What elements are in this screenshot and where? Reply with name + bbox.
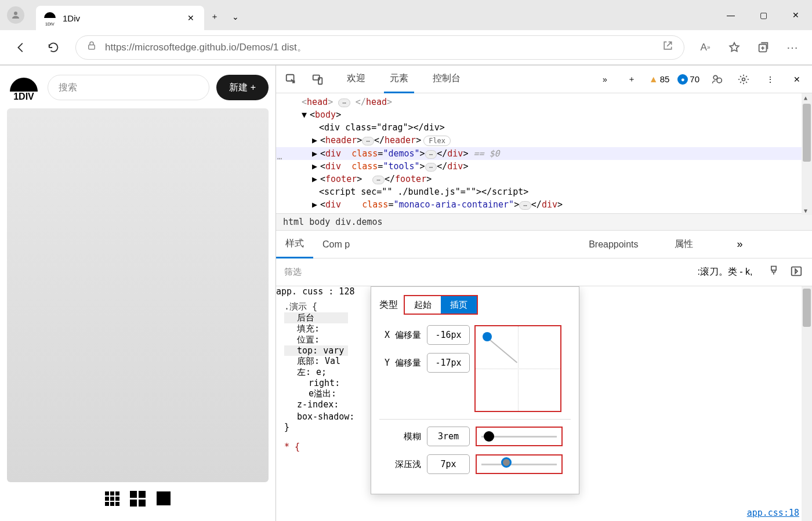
type-label: 类型 — [379, 299, 398, 311]
profile-avatar[interactable] — [7, 6, 24, 24]
tab-computed[interactable]: Com p — [313, 239, 359, 250]
svg-rect-3 — [287, 74, 294, 81]
new-style-rule-icon[interactable] — [790, 265, 803, 279]
page-header: 1DIV 搜索 新建 + — [7, 72, 269, 106]
page-demo-area — [7, 108, 269, 482]
new-button[interactable]: 新建 + — [216, 75, 269, 100]
styles-tabs: 样式 Com p Breappoints 属性 » — [276, 231, 812, 258]
tab-welcome[interactable]: 欢迎 — [341, 65, 371, 93]
favorite-icon[interactable] — [725, 38, 744, 57]
dom-node[interactable]: <div class="drag"></div> — [276, 121, 812, 134]
add-tab-icon[interactable]: ＋ — [622, 70, 641, 89]
devtools-panel: 欢迎 元素 控制台 » ＋ ▲85 ●70 ⋮ ✕ ⋯ <head> ⋯ </h… — [276, 65, 812, 521]
maximize-button[interactable]: ▢ — [747, 3, 780, 27]
dom-node[interactable]: <script sec="" ./bundle.js"=""></script> — [276, 185, 812, 198]
spread-slider[interactable] — [476, 454, 563, 474]
dom-node[interactable]: ▶<div class="monaco-aria-container">⋯</d… — [276, 198, 812, 211]
y-offset-label: Y 偏移量 — [379, 358, 421, 369]
close-devtools-icon[interactable]: ✕ — [788, 70, 806, 89]
offset-xy-pad[interactable] — [474, 325, 561, 412]
spread-label: 深压浅 — [379, 459, 421, 470]
box-shadow-editor: 类型 起始 插页 X 偏移量 -16px — [371, 286, 579, 494]
feedback-icon[interactable] — [708, 70, 726, 89]
page-preview: 1DIV 搜索 新建 + — [0, 65, 276, 521]
logo: 1DIV — [7, 78, 41, 98]
dom-node-selected[interactable]: ▶<div class="demos">⋯</div> == $0 — [276, 147, 812, 160]
flex-badge[interactable]: Flex — [423, 136, 451, 146]
lock-icon — [86, 41, 97, 54]
collections-icon[interactable] — [754, 38, 773, 57]
spread-input[interactable]: 7px — [427, 454, 470, 474]
devtools-toolbar: 欢迎 元素 控制台 » ＋ ▲85 ●70 ⋮ ✕ — [276, 65, 812, 93]
styles-scrollbar[interactable] — [802, 286, 812, 521]
tab-title: 1Div — [63, 13, 186, 23]
page-search-input[interactable]: 搜索 — [48, 75, 209, 100]
close-window-button[interactable]: ✕ — [780, 3, 812, 27]
more-icon[interactable]: ⋯ — [783, 38, 802, 57]
x-offset-label: X 偏移量 — [379, 330, 421, 341]
svg-rect-1 — [89, 45, 95, 50]
issues-badge[interactable]: ▲85 — [649, 74, 670, 85]
dom-scrollbar[interactable]: ▲▼ — [802, 93, 812, 215]
brush-icon[interactable] — [768, 265, 780, 279]
svg-point-6 — [713, 75, 717, 79]
url-field-wrap — [75, 35, 684, 60]
blur-input[interactable]: 3rem — [427, 427, 470, 446]
styles-filter-input[interactable]: 筛选 — [276, 267, 369, 278]
messages-badge[interactable]: ●70 — [677, 74, 699, 85]
type-inset-button[interactable]: 插页 — [441, 296, 477, 314]
tab-elements[interactable]: 元素 — [384, 65, 414, 93]
close-tab-button[interactable]: ✕ — [186, 13, 196, 23]
read-aloud-icon[interactable]: A» — [696, 38, 715, 57]
more-tabs-chevron-icon[interactable]: » — [737, 238, 743, 250]
more-tabs-icon[interactable]: » — [596, 70, 614, 89]
x-offset-input[interactable]: -16px — [427, 325, 470, 345]
info-icon: ● — [677, 74, 688, 85]
back-button[interactable] — [10, 37, 31, 58]
kebab-icon[interactable]: ⋮ — [761, 70, 780, 89]
tab-console[interactable]: 控制台 — [427, 65, 466, 93]
type-segmented-control: 起始 插页 — [404, 295, 478, 315]
external-link-icon[interactable] — [662, 40, 673, 54]
refresh-button[interactable] — [43, 37, 64, 58]
hov-toggle[interactable]: :滚刀。类 - k, — [697, 266, 752, 278]
user-icon — [10, 10, 21, 20]
window-controls: — ▢ ✕ — [715, 3, 812, 27]
grid-large-button[interactable] — [155, 490, 172, 507]
title-bar: 1DIV 1Div ✕ ＋ ⌄ — ▢ ✕ — [0, 0, 812, 30]
styles-panel: 样式 Com p Breappoints 属性 » 筛选 :滚刀。类 - k, — [276, 231, 812, 521]
svg-point-7 — [717, 78, 722, 82]
tab-properties[interactable]: 属性 — [665, 238, 702, 250]
dom-node[interactable]: ▶<div class="tools">⋯</div> — [276, 160, 812, 173]
new-tab-button[interactable]: ＋ — [204, 6, 225, 27]
inspect-element-icon[interactable] — [282, 70, 300, 89]
selected-line-dots: ⋯ — [277, 154, 282, 163]
blur-slider[interactable] — [476, 427, 563, 446]
tab-styles[interactable]: 样式 — [276, 231, 313, 258]
svg-point-0 — [14, 12, 17, 15]
rule-source-link[interactable]: app. cuss : 128 — [276, 286, 354, 297]
dom-node[interactable]: <head> ⋯ </head> — [276, 96, 812, 108]
grid-medium-button[interactable] — [129, 490, 147, 507]
dom-node[interactable]: ▶<header>⋯</header>Flex — [276, 134, 812, 147]
y-offset-input[interactable]: -17px — [427, 353, 470, 373]
dom-node[interactable]: ▶<footer> ⋯</footer> — [276, 173, 812, 185]
warning-icon: ▲ — [649, 74, 658, 85]
type-outset-button[interactable]: 起始 — [405, 296, 441, 314]
device-toggle-icon[interactable] — [309, 70, 327, 89]
tabs-menu-button[interactable]: ⌄ — [225, 6, 246, 27]
minimize-button[interactable]: — — [715, 3, 747, 27]
tab-breakpoints[interactable]: Breappoints — [579, 239, 647, 250]
browser-tab[interactable]: 1DIV 1Div ✕ — [36, 6, 204, 30]
url-input[interactable] — [105, 42, 654, 53]
settings-icon[interactable] — [734, 70, 753, 89]
main-area: 1DIV 搜索 新建 + 欢迎 元素 控制台 » ＋ ▲85 ●70 — [0, 65, 812, 521]
dom-node[interactable]: ▼<body> — [276, 108, 812, 121]
address-bar: A» ⋯ — [0, 30, 812, 65]
svg-rect-9 — [771, 267, 776, 271]
blur-label: 模糊 — [379, 431, 421, 442]
source-link[interactable]: app.css:18 — [747, 508, 799, 518]
breadcrumb[interactable]: html body div.demos — [276, 213, 812, 231]
grid-small-button[interactable] — [104, 490, 121, 507]
tab-favicon: 1DIV — [44, 12, 56, 24]
